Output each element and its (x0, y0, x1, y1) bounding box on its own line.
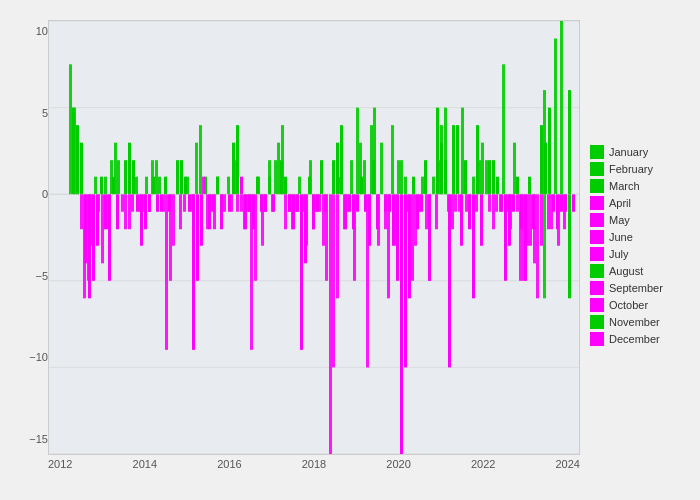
legend-color-september (590, 281, 604, 295)
legend-label-october: October (609, 299, 648, 311)
svg-rect-223 (404, 177, 407, 195)
svg-rect-174 (236, 194, 239, 212)
svg-rect-179 (254, 194, 257, 281)
legend-color-december (590, 332, 604, 346)
legend-label-july: July (609, 248, 629, 260)
svg-rect-145 (138, 194, 141, 212)
legend-label-may: May (609, 214, 630, 226)
legend-item-january: January (590, 145, 690, 159)
svg-rect-263 (540, 194, 543, 246)
svg-rect-252 (502, 64, 505, 194)
legend-color-august (590, 264, 604, 278)
svg-rect-219 (391, 125, 394, 194)
svg-rect-138 (114, 143, 117, 195)
bars-svg (49, 21, 579, 454)
svg-rect-197 (315, 194, 318, 212)
svg-rect-156 (176, 177, 179, 195)
svg-rect-190 (291, 194, 294, 229)
svg-rect-269 (557, 194, 560, 246)
svg-rect-127 (76, 143, 79, 195)
svg-rect-162 (195, 143, 198, 195)
svg-rect-236 (447, 194, 450, 212)
svg-rect-196 (312, 194, 315, 229)
svg-rect-225 (411, 194, 414, 281)
svg-rect-240 (461, 108, 464, 195)
svg-rect-131 (90, 194, 93, 246)
svg-rect-267 (550, 194, 553, 229)
svg-rect-194 (305, 194, 308, 246)
svg-rect-266 (547, 194, 550, 229)
legend-item-may: May (590, 213, 690, 227)
svg-rect-226 (414, 194, 417, 246)
x-tick-2018: 2018 (302, 458, 326, 470)
svg-rect-237 (451, 194, 454, 229)
svg-rect-193 (302, 194, 305, 212)
svg-rect-148 (148, 194, 151, 212)
svg-rect-259 (526, 194, 529, 246)
svg-rect-216 (380, 143, 383, 195)
svg-rect-251 (499, 194, 502, 212)
svg-rect-130 (87, 194, 90, 281)
legend-label-january: January (609, 146, 648, 158)
svg-rect-207 (350, 160, 353, 194)
svg-rect-159 (186, 177, 189, 195)
svg-rect-128 (80, 194, 83, 229)
svg-rect-242 (468, 194, 471, 212)
svg-rect-144 (135, 177, 138, 195)
svg-rect-222 (400, 160, 403, 194)
svg-rect-154 (169, 194, 172, 281)
legend-item-april: April (590, 196, 690, 210)
svg-rect-239 (458, 194, 461, 212)
svg-rect-173 (233, 160, 236, 194)
svg-rect-244 (475, 194, 478, 212)
svg-rect-262 (536, 194, 539, 298)
svg-rect-183 (268, 160, 271, 194)
svg-rect-230 (428, 194, 431, 281)
svg-rect-199 (322, 194, 325, 246)
svg-rect-180 (257, 177, 260, 195)
svg-rect-178 (250, 194, 253, 350)
svg-rect-169 (220, 194, 223, 212)
svg-rect-218 (387, 194, 390, 298)
svg-rect-133 (97, 194, 100, 212)
svg-rect-132 (94, 177, 97, 195)
chart-area: 10 5 0 −5 −10 −15 (10, 20, 690, 470)
svg-rect-143 (131, 194, 134, 212)
svg-rect-211 (363, 160, 366, 194)
svg-rect-136 (107, 194, 110, 229)
svg-rect-215 (377, 194, 380, 246)
svg-rect-198 (318, 194, 321, 212)
svg-rect-200 (325, 194, 328, 281)
svg-rect-228 (421, 177, 424, 195)
legend-label-june: June (609, 231, 633, 243)
svg-rect-203 (336, 194, 339, 298)
legend-item-june: June (590, 230, 690, 244)
svg-rect-147 (145, 177, 148, 195)
legend-label-february: February (609, 163, 653, 175)
svg-rect-158 (183, 194, 186, 212)
legend-label-september: September (609, 282, 663, 294)
legend-item-november: November (590, 315, 690, 329)
svg-rect-182 (264, 194, 267, 212)
svg-rect-139 (117, 160, 120, 194)
svg-rect-227 (418, 194, 421, 212)
svg-rect-229 (425, 194, 428, 229)
legend-item-march: March (590, 179, 690, 193)
plot-area (48, 20, 580, 455)
svg-rect-146 (142, 194, 145, 212)
svg-rect-142 (128, 194, 131, 229)
svg-rect-163 (199, 125, 202, 194)
svg-rect-258 (522, 194, 525, 281)
svg-rect-209 (356, 108, 359, 195)
svg-rect-150 (155, 160, 158, 194)
svg-rect-206 (346, 194, 349, 212)
svg-rect-149 (151, 160, 154, 194)
svg-rect-140 (121, 194, 124, 212)
svg-rect-264 (543, 194, 546, 298)
svg-rect-235 (444, 108, 447, 195)
svg-rect-185 (274, 160, 277, 194)
legend-item-september: September (590, 281, 690, 295)
svg-rect-166 (209, 194, 212, 212)
y-tick-n5: −5 (35, 270, 48, 282)
x-tick-2014: 2014 (133, 458, 157, 470)
